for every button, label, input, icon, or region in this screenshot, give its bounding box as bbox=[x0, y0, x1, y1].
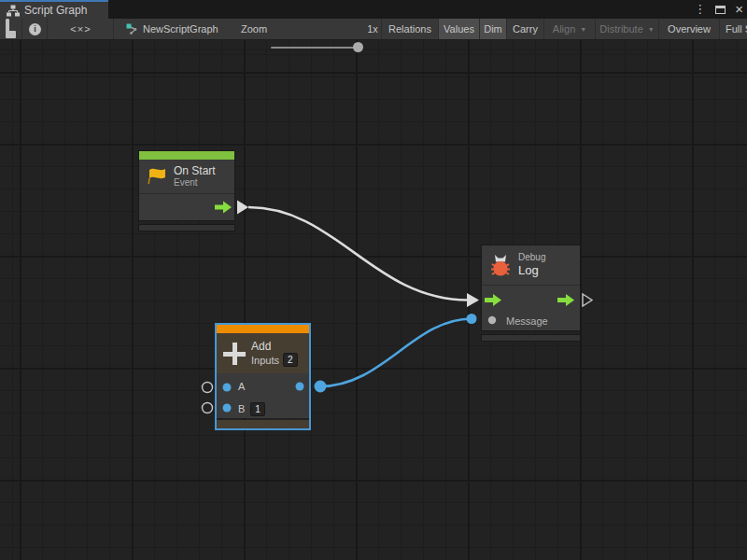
tab-script-graph[interactable]: Script Graph bbox=[0, 0, 108, 19]
zoom-slider-track[interactable] bbox=[271, 47, 357, 49]
toolbar: i <×> NewScriptGraph Zoom 1x Relations V… bbox=[0, 19, 747, 40]
inputs-count-field[interactable]: 2 bbox=[283, 353, 298, 367]
node-footer bbox=[217, 420, 309, 428]
window-menu-icon[interactable]: ⋮ bbox=[694, 0, 706, 19]
overview-button[interactable]: Overview bbox=[659, 19, 720, 39]
fullscreen-button[interactable]: Full S bbox=[720, 19, 747, 39]
dim-button[interactable]: Dim bbox=[480, 19, 507, 39]
tab-title: Script Graph bbox=[24, 4, 87, 17]
node-footer bbox=[138, 224, 235, 231]
node-debug-log[interactable]: Debug Log Message bbox=[481, 245, 581, 342]
node-footer bbox=[481, 334, 581, 342]
node-subtitle: Event bbox=[174, 177, 216, 189]
distribute-dropdown[interactable]: Distribute ▼ bbox=[596, 19, 659, 39]
event-accent-bar bbox=[139, 151, 234, 160]
zoom-slider-handle[interactable] bbox=[353, 42, 363, 52]
chevron-down-icon: ▼ bbox=[580, 26, 586, 33]
flag-icon bbox=[146, 165, 168, 188]
inputs-label: Inputs bbox=[251, 355, 279, 366]
graph-canvas[interactable] bbox=[0, 40, 747, 560]
info-button[interactable]: i bbox=[23, 19, 48, 39]
port-b-value-field[interactable]: 1 bbox=[250, 402, 265, 416]
maximize-icon[interactable] bbox=[715, 6, 726, 14]
zoom-value: 1x bbox=[364, 19, 382, 39]
graph-name-button[interactable]: NewScriptGraph bbox=[121, 19, 233, 39]
close-icon[interactable]: × bbox=[735, 1, 743, 18]
code-icon: <×> bbox=[70, 23, 91, 35]
script-graph-asset-icon bbox=[126, 23, 138, 35]
edit-source-button[interactable]: <×> bbox=[49, 19, 114, 39]
port-a-label: A bbox=[238, 381, 245, 392]
graph-hierarchy-icon bbox=[7, 5, 20, 17]
align-dropdown[interactable]: Align ▼ bbox=[544, 19, 596, 39]
titlebar: Script Graph ⋮ × bbox=[0, 0, 747, 19]
chevron-down-icon: ▼ bbox=[648, 26, 655, 33]
lock-button[interactable] bbox=[0, 19, 22, 39]
lock-icon bbox=[6, 21, 16, 38]
on-start-port-row bbox=[139, 194, 234, 220]
carry-button[interactable]: Carry bbox=[507, 19, 544, 39]
bug-icon bbox=[488, 253, 513, 277]
message-port-row[interactable]: Message bbox=[482, 311, 580, 330]
plus-icon bbox=[223, 343, 246, 365]
port-b-label: B bbox=[238, 403, 245, 414]
node-on-start-event[interactable]: On Start Event bbox=[138, 150, 235, 231]
node-title: On Start bbox=[174, 164, 216, 177]
control-flow-row bbox=[482, 286, 580, 311]
node-add[interactable]: Add Inputs 2 A B 1 bbox=[215, 323, 311, 430]
info-icon: i bbox=[29, 23, 41, 35]
node-title: Add bbox=[251, 340, 298, 353]
node-category: Debug bbox=[518, 252, 545, 263]
graph-name-label: NewScriptGraph bbox=[143, 23, 218, 35]
message-port-label: Message bbox=[506, 315, 548, 327]
zoom-label: Zoom bbox=[239, 19, 269, 39]
relations-button[interactable]: Relations bbox=[382, 19, 439, 39]
script-graph-window: Script Graph ⋮ × i <×> NewScriptGraph bbox=[0, 0, 747, 560]
port-row-b[interactable]: B 1 bbox=[217, 399, 309, 418]
math-accent-bar bbox=[217, 325, 309, 333]
port-row-a[interactable]: A bbox=[217, 373, 309, 399]
values-button[interactable]: Values bbox=[439, 19, 480, 39]
node-title: Log bbox=[518, 263, 545, 278]
